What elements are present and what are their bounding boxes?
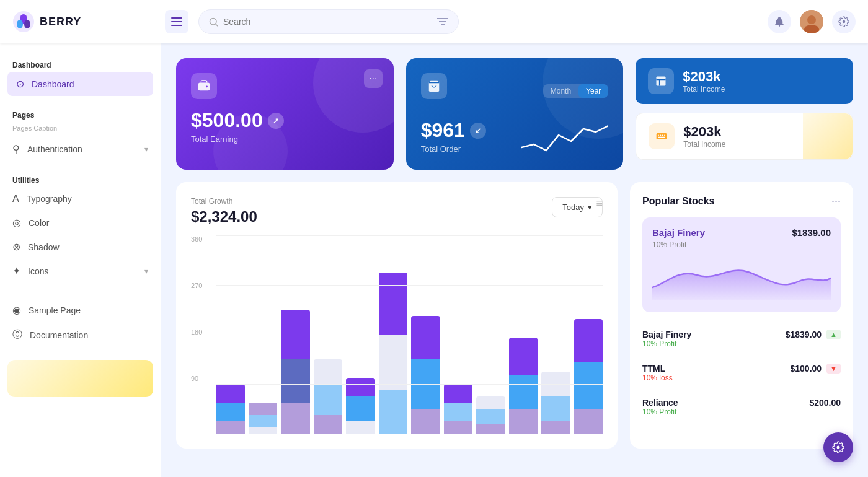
income-card-2: $203k Total Income [636,113,853,160]
stock-ttml-price: $100.00 [790,364,822,374]
shadow-icon: ⊗ [12,241,20,253]
logo-text: BERRY [40,15,81,28]
svg-point-7 [210,18,217,25]
y-label-90: 90 [191,375,202,382]
chevron-down-icon: ▾ [144,145,148,154]
notification-button[interactable] [768,10,791,33]
svg-point-12 [779,25,780,27]
order-mini-chart [521,123,608,154]
svg-rect-5 [171,21,182,22]
svg-point-16 [843,20,846,24]
chart-menu-button[interactable]: ≡ [596,197,603,210]
period-toggle: Month Year [543,84,609,98]
color-icon: ◎ [12,217,21,229]
sidebar-item-sample-page[interactable]: ◉ Sample Page [0,298,161,322]
sidebar-promo-banner [7,360,153,397]
stock-bajaj-price: $1839.00 [786,330,822,339]
sidebar-item-sample-label: Sample Page [29,305,81,315]
top-cards-row: ··· $500.00 ↗ Total Earning Month Year [176,58,853,170]
earning-label: Total Earning [191,134,379,144]
income-info-1: $203k Total Income [683,69,725,94]
stock-row-bajaj: Bajaj Finery 10% Profit $1839.00 ▲ [642,322,841,356]
stocks-more-button[interactable]: ··· [831,195,841,208]
dashboard-icon: ⊙ [16,78,24,90]
today-button[interactable]: Today ▾ [552,197,603,217]
stock-list: Bajaj Finery 10% Profit $1839.00 ▲ TTML … [642,322,841,424]
docs-icon: ⓪ [12,328,22,341]
svg-rect-28 [658,137,665,138]
fab-gear-icon [832,441,844,453]
filter-icon[interactable] [437,17,448,27]
header: BERRY [0,0,868,43]
keyboard-icon [655,130,668,142]
svg-rect-4 [171,17,182,19]
income-icon-2 [649,123,675,149]
growth-header: Total Growth $2,324.00 Today ▾ [191,197,603,225]
earning-icon-box [191,73,217,99]
sample-page-icon: ◉ [12,304,21,316]
sidebar-item-icons[interactable]: ✦ Icons ▾ [0,259,161,283]
stock-bajaj-badge: ▲ [826,330,841,339]
order-card-top: Month Year [421,73,609,109]
menu-button[interactable] [165,10,188,33]
stock-ttml-loss: 10% loss [642,374,673,382]
total-order-card: Month Year $961 ↙ Total Order [406,58,624,170]
content-area: ··· $500.00 ↗ Total Earning Month Year [161,43,868,477]
sidebar: Dashboard ⊙ Dashboard Pages Pages Captio… [0,43,161,477]
growth-title: Total Growth [191,197,257,206]
bell-icon [774,16,785,27]
icons-icon: ✦ [12,265,20,277]
sidebar-item-dashboard[interactable]: ⊙ Dashboard [7,72,153,96]
year-toggle-button[interactable]: Year [578,84,608,98]
bar-group-5 [346,378,375,434]
y-label-270: 270 [191,282,202,289]
main-layout: Dashboard ⊙ Dashboard Pages Pages Captio… [0,43,868,477]
bar-group-8 [444,384,473,434]
sidebar-item-typography[interactable]: A Typography [0,187,161,211]
income-label-1: Total Income [683,85,725,94]
featured-stock-name: Bajaj Finery [652,227,705,238]
stock-reliance-info: Reliance 10% Profit [642,398,678,416]
chevron-today-icon: ▾ [588,203,592,212]
avatar[interactable] [800,10,823,33]
featured-stock-top: Bajaj Finery $1839.00 [652,227,831,238]
stock-ttml-name: TTML [642,364,673,374]
svg-rect-26 [662,135,663,136]
stock-ttml-right: $100.00 ▼ [790,364,841,374]
fab-button[interactable] [823,432,853,462]
month-toggle-button[interactable]: Month [543,84,578,98]
sidebar-item-shadow[interactable]: ⊗ Shadow [0,235,161,259]
svg-point-18 [206,86,208,88]
sidebar-section-dashboard: Dashboard [0,56,161,72]
wallet-icon [197,79,211,93]
search-input[interactable] [223,17,432,27]
sidebar-item-documentation[interactable]: ⓪ Documentation [0,322,161,348]
bar-chart: 360 270 180 90 [191,235,603,434]
svg-rect-23 [657,133,667,139]
order-card-bottom: $961 ↙ Total Order [421,119,609,154]
sidebar-item-authentication[interactable]: ⚲ Authentication ▾ [0,137,161,161]
bar-group-4 [314,359,343,434]
svg-rect-25 [660,135,662,136]
bar-group-3 [281,310,310,434]
bar-group-9 [476,396,505,434]
income-amount-1: $203k [683,69,725,85]
sidebar-item-color[interactable]: ◎ Color [0,211,161,235]
total-earning-card: ··· $500.00 ↗ Total Earning [176,58,394,170]
svg-rect-24 [658,135,659,136]
grid-line-2 [216,285,603,286]
svg-rect-20 [657,77,666,86]
stocks-title: Popular Stocks [642,196,714,207]
featured-stock-chart [652,256,831,300]
header-right [768,10,856,33]
bar-group-2 [249,403,278,434]
order-icon-box [421,73,447,99]
svg-rect-17 [198,83,210,91]
settings-button[interactable] [832,10,856,33]
sidebar-item-dashboard-label: Dashboard [32,79,74,89]
income-cards-column: $203k Total Income $203k Total Income [636,58,853,170]
income-info-2: $203k Total Income [683,124,725,149]
bar-group-11 [541,372,570,434]
earning-more-button[interactable]: ··· [364,69,383,88]
sidebar-pages-caption: Pages Caption [0,122,161,137]
